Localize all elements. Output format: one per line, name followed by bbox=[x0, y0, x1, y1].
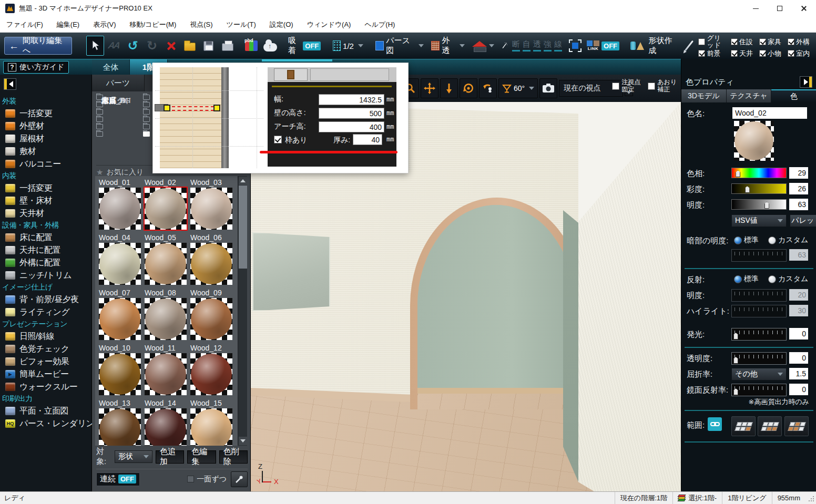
scroll-down-icon[interactable] bbox=[239, 437, 247, 445]
style-button[interactable] bbox=[310, 68, 389, 81]
print-button[interactable] bbox=[219, 36, 237, 56]
layer-checkbox[interactable]: 前景 bbox=[698, 50, 725, 57]
transparency-value[interactable]: 0 bbox=[789, 352, 808, 364]
shape-create-button[interactable]: 形状作成 bbox=[627, 36, 679, 56]
palette-button[interactable]: パレット bbox=[790, 214, 816, 227]
sidebar-item[interactable]: 屋根材 bbox=[0, 132, 92, 145]
glow-slider[interactable] bbox=[731, 328, 787, 341]
material-category[interactable]: モノクロ bbox=[96, 124, 142, 129]
one-face-checkbox[interactable]: 一面ずつ bbox=[187, 475, 227, 484]
material-swatch[interactable]: Wood_10 bbox=[99, 344, 141, 395]
floor-tab[interactable]: 全体 bbox=[92, 59, 130, 75]
grid-scale-dropdown[interactable]: 1/2 bbox=[330, 36, 366, 56]
layer-checkbox[interactable]: 住設 bbox=[731, 35, 753, 48]
lightness-value[interactable]: 63 bbox=[789, 199, 808, 210]
material-category[interactable]: ビビッド bbox=[96, 131, 142, 137]
value-input[interactable]: 400 bbox=[319, 121, 384, 132]
glow-value[interactable]: 0 bbox=[789, 328, 808, 340]
slider-thumb[interactable] bbox=[745, 186, 750, 193]
tab-parts[interactable]: パーツ bbox=[92, 75, 145, 91]
sidebar-item[interactable]: イメージ仕上げ bbox=[0, 282, 92, 293]
sidebar-item[interactable]: 内装 bbox=[0, 170, 92, 182]
sidebar-item[interactable]: バルコニー bbox=[0, 158, 92, 170]
link-toggle-button[interactable]: LINK OFF bbox=[585, 36, 621, 56]
material-swatch[interactable]: Wood_06 bbox=[190, 233, 232, 285]
sidebar-item[interactable]: 一括変更 bbox=[0, 107, 92, 120]
sidebar-item[interactable]: ▶ 簡単ムービー bbox=[0, 368, 92, 380]
target-dropdown[interactable]: 形状 bbox=[115, 450, 152, 463]
material-swatch[interactable]: Wood_01 bbox=[99, 178, 141, 230]
material-swatch[interactable]: Wood_15 bbox=[190, 399, 232, 446]
layer-checkbox[interactable]: 天井 bbox=[731, 50, 753, 57]
swatch-scrollbar[interactable] bbox=[238, 176, 247, 446]
dolly-tool-button[interactable] bbox=[440, 78, 458, 98]
wall-line-char[interactable]: 断 bbox=[512, 40, 520, 52]
menu-item[interactable]: ツール(T) bbox=[227, 20, 256, 29]
dark-standard-radio[interactable]: 標準 bbox=[734, 235, 759, 245]
sidebar-item[interactable]: 日照/斜線 bbox=[0, 330, 92, 343]
sidebar-item[interactable]: 床に配置 bbox=[0, 231, 92, 244]
layer-checkbox[interactable]: 家具 bbox=[759, 35, 781, 48]
menu-item[interactable]: 表示(V) bbox=[93, 20, 116, 29]
material-category[interactable]: 緑系_D bbox=[96, 109, 142, 115]
sidebar-item[interactable]: プレゼンテーション bbox=[0, 318, 92, 330]
lightness-slider[interactable] bbox=[731, 199, 787, 210]
range-lower-floor-button[interactable] bbox=[784, 416, 809, 436]
gaze-lock-checkbox[interactable]: 注視点固定 bbox=[612, 79, 640, 94]
refraction-value[interactable]: 1.5 bbox=[789, 368, 808, 379]
drag-handle[interactable] bbox=[164, 105, 170, 111]
material-swatch[interactable]: Wood_08 bbox=[145, 289, 187, 340]
color-name-input[interactable]: Wood_02 bbox=[732, 107, 807, 119]
menu-item[interactable]: 編集(E) bbox=[57, 20, 79, 29]
slider-thumb[interactable] bbox=[736, 170, 740, 177]
hue-value[interactable]: 29 bbox=[789, 167, 808, 179]
menu-item[interactable]: 設定(O) bbox=[270, 20, 293, 29]
color-action-button[interactable]: 色編集 bbox=[187, 450, 216, 464]
snapshot-button[interactable] bbox=[539, 78, 557, 98]
snap-toggle-button[interactable]: 吸着 OFF bbox=[285, 36, 324, 56]
drag-handle[interactable] bbox=[213, 105, 220, 111]
pbd-export-button[interactable]: pbd bbox=[242, 36, 260, 56]
pan-tool-button[interactable] bbox=[421, 78, 438, 98]
slider-thumb[interactable] bbox=[733, 357, 738, 364]
close-button[interactable] bbox=[792, 0, 816, 17]
resize-grip[interactable] bbox=[807, 495, 814, 502]
layer-checkbox[interactable]: 室内 bbox=[788, 50, 810, 57]
hsv-mode-dropdown[interactable]: HSV値 bbox=[731, 214, 787, 227]
cloud-upload-button[interactable] bbox=[261, 36, 279, 56]
reflect-custom-radio[interactable]: カスタム bbox=[768, 274, 808, 284]
sidebar-item[interactable]: ニッチ/トリム bbox=[0, 269, 92, 282]
sidebar-item[interactable]: 壁・床材 bbox=[0, 194, 92, 207]
sidebar-item[interactable]: 平面・立面図 bbox=[0, 405, 92, 417]
material-swatch[interactable]: Wood_02 bbox=[145, 178, 187, 230]
material-swatch[interactable]: Wood_11 bbox=[145, 344, 187, 395]
eyedropper-button[interactable] bbox=[231, 471, 248, 487]
material-swatch[interactable]: Wood_05 bbox=[145, 233, 187, 285]
scroll-up-icon[interactable] bbox=[239, 177, 247, 185]
refraction-dropdown[interactable]: その他 bbox=[731, 368, 787, 380]
material-swatch[interactable]: Wood_09 bbox=[190, 289, 232, 340]
back-to-floorplan-button[interactable]: ← 間取り編集へ bbox=[4, 37, 72, 55]
door-style-button[interactable] bbox=[274, 68, 308, 81]
hue-slider[interactable] bbox=[731, 168, 787, 178]
transparency-slider[interactable] bbox=[731, 352, 787, 365]
continuous-toggle-button[interactable]: 連続 OFF bbox=[96, 472, 140, 486]
selection-frame-button[interactable] bbox=[566, 36, 584, 56]
multi-select-tool-button[interactable]: AA bbox=[105, 36, 123, 56]
sidebar-item[interactable]: 敷材 bbox=[0, 145, 92, 158]
sidebar-item[interactable]: 印刷/出力 bbox=[0, 393, 92, 405]
layer-checkbox[interactable]: グリッド bbox=[698, 35, 725, 48]
value-input[interactable]: 1432.5 bbox=[319, 94, 384, 105]
range-all-floors-button[interactable] bbox=[731, 416, 756, 436]
wall-line-char[interactable]: 強 bbox=[544, 40, 552, 52]
sidebar-item[interactable]: 色覚チェック bbox=[0, 343, 92, 355]
panel-collapse-button[interactable] bbox=[800, 76, 812, 88]
usage-guide-button[interactable]: ? 使い方ガイド bbox=[3, 61, 69, 74]
sidebar-item[interactable]: 外装 bbox=[0, 96, 92, 107]
thickness-input[interactable]: 40 bbox=[353, 134, 382, 145]
range-link-button[interactable] bbox=[708, 417, 722, 431]
value-input[interactable]: 500 bbox=[319, 108, 384, 119]
material-swatch[interactable]: Wood_12 bbox=[190, 344, 232, 395]
menu-item[interactable]: ヘルプ(H) bbox=[364, 20, 395, 29]
sidebar-item[interactable]: HQ パース・レンダリング bbox=[0, 417, 92, 430]
